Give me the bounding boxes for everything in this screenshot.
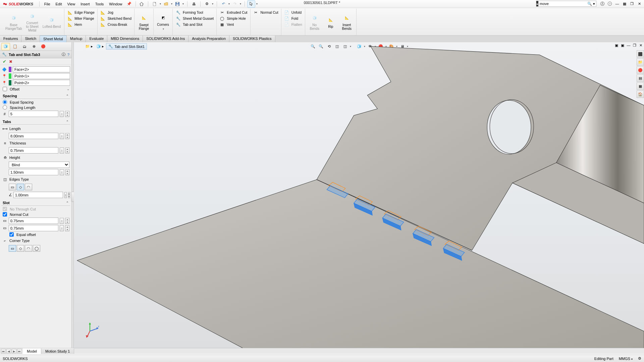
pm-help-icon[interactable]: ⓘ <box>62 52 65 57</box>
edge-flange-button[interactable]: 📐Edge Flange <box>66 9 96 15</box>
minimize-button[interactable]: — <box>614 1 621 7</box>
jog-button[interactable]: 📐Jog <box>99 9 133 15</box>
cancel-button[interactable]: ✖ <box>9 59 12 64</box>
print-button[interactable]: 🖶 <box>190 1 198 7</box>
home-button[interactable] <box>138 1 145 7</box>
height-input[interactable] <box>9 169 58 175</box>
cmdtab-solidworks-plastics[interactable]: SOLIDWORKS Plastics <box>229 36 275 42</box>
menu-file[interactable]: File <box>42 1 53 7</box>
selection-point2[interactable] <box>13 80 70 86</box>
selection-face[interactable] <box>13 66 70 72</box>
selection-point1[interactable] <box>13 73 70 79</box>
corner-sharp-button[interactable]: ▭ <box>9 245 16 252</box>
search-input[interactable] <box>538 2 587 6</box>
hem-button[interactable]: 📐Hem <box>66 21 96 27</box>
insert-bends-button[interactable]: 📐Insert Bends <box>339 9 355 35</box>
save-button[interactable] <box>174 1 181 7</box>
simple-hole-button[interactable]: ◯Simple Hole <box>218 15 249 21</box>
swept-flange-button[interactable]: 📐Swept Flange <box>136 9 152 35</box>
offset-checkbox[interactable] <box>3 87 7 91</box>
length-input[interactable] <box>9 133 58 139</box>
edge-chamfer-button[interactable]: ◇ <box>17 184 24 190</box>
equal-spacing-radio[interactable] <box>3 100 7 104</box>
sheet-metal-gusset-button[interactable]: 🔧Sheet Metal Gusset <box>174 15 215 21</box>
ok-button[interactable]: ✔ <box>3 59 6 64</box>
tab-next-button[interactable]: ▶ <box>12 349 16 354</box>
select-button[interactable] <box>248 1 255 7</box>
cmdtab-mbd-dimensions[interactable]: MBD Dimensions <box>107 36 143 42</box>
sketched-bend-button[interactable]: 📐Sketched Bend <box>99 15 133 21</box>
edge-fillet-button[interactable]: ◠ <box>25 184 32 190</box>
corner-chamfer-button[interactable]: ◇ <box>17 245 24 252</box>
slot-l-input[interactable] <box>9 218 58 224</box>
tabs-header[interactable]: Tabs⌃ <box>1 119 70 125</box>
menu-view[interactable]: View <box>65 1 78 7</box>
search-icon[interactable]: 🔍 <box>587 2 592 6</box>
thickness-input[interactable] <box>9 147 58 154</box>
dim-manager-tab[interactable]: ⊕ <box>30 43 38 50</box>
open-button[interactable] <box>162 1 170 7</box>
vent-button[interactable]: ▦Vent <box>218 21 249 27</box>
graphics-area[interactable]: 📁 ▸ 🧊 ▸ 🔧 Tab and Slot-Slot1 🔍 🔍 ⟲ ◫ ◫▾ … <box>74 42 644 354</box>
unfold-button[interactable]: 📄Unfold <box>283 9 304 15</box>
height-type-select[interactable]: Blind <box>9 162 69 168</box>
spin-count[interactable]: ▴▾ <box>65 111 69 117</box>
feature-manager-tab[interactable]: 🧊 <box>1 43 10 50</box>
close-button[interactable]: ✕ <box>636 1 643 7</box>
cmdtab-features[interactable]: Features <box>0 36 21 42</box>
cmdtab-markup[interactable]: Markup <box>67 36 86 42</box>
cmdtab-evaluate[interactable]: Evaluate <box>86 36 107 42</box>
cmdtab-solidworks-add-ins[interactable]: SOLIDWORKS Add-Ins <box>143 36 189 42</box>
config-manager-tab[interactable]: 🗂 <box>20 43 29 50</box>
property-manager-tab[interactable]: 📋 <box>11 43 19 50</box>
cmdtab-sketch[interactable]: Sketch <box>21 36 40 42</box>
model-tab[interactable]: Model <box>23 348 41 354</box>
corner-round-button[interactable]: ◯ <box>33 245 40 252</box>
spacing-count-input[interactable] <box>9 111 58 117</box>
tab-first-button[interactable]: ⏮ <box>1 349 6 354</box>
display-manager-tab[interactable]: 🔴 <box>39 43 48 50</box>
menu-insert[interactable]: Insert <box>78 1 93 7</box>
pin-icon[interactable]: 📌 <box>125 2 133 6</box>
command-search[interactable]: ▸ 🔍 ▾ <box>536 1 596 7</box>
edge-val-input[interactable] <box>13 192 63 198</box>
cross-break-button[interactable]: 📐Cross-Break <box>99 21 133 27</box>
cmdtab-analysis-preparation[interactable]: Analysis Preparation <box>189 36 229 42</box>
new-button[interactable] <box>151 1 158 7</box>
restore-button[interactable]: ❐ <box>629 1 635 7</box>
model-view[interactable] <box>74 42 644 354</box>
miter-flange-button[interactable]: 📐Miter Flange <box>66 15 96 21</box>
equal-offset-checkbox[interactable] <box>9 232 14 237</box>
menu-window[interactable]: Window <box>106 1 125 7</box>
edge-sharp-button[interactable]: ▭ <box>9 184 16 190</box>
tab-prev-button[interactable]: ◀ <box>6 349 11 354</box>
extruded-cut-button[interactable]: ✂Extruded Cut <box>218 9 249 15</box>
undo-button[interactable]: ↶ <box>220 1 227 7</box>
status-custom-icon[interactable]: ⚙ <box>638 356 641 361</box>
normal-cut-button[interactable]: ✂Normal Cut <box>252 9 280 15</box>
cmdtab-sheet-metal[interactable]: Sheet Metal <box>40 36 67 42</box>
link-btn[interactable]: ↕ <box>60 111 64 117</box>
login-button[interactable] <box>599 1 606 7</box>
corners-button[interactable]: ◩Corners▾ <box>155 9 171 35</box>
tab-last-button[interactable]: ⏭ <box>17 349 22 354</box>
status-units[interactable]: MMGS ▾ <box>619 357 633 361</box>
forming-tool-button[interactable]: 🔧Forming Tool <box>174 9 215 15</box>
menu-edit[interactable]: Edit <box>53 1 65 7</box>
fold-button[interactable]: 📄Fold <box>283 15 304 21</box>
spacing-length-radio[interactable] <box>3 105 7 110</box>
spacing-header[interactable]: Spacing⌃ <box>1 93 70 99</box>
layout-button[interactable]: ▦ <box>621 1 628 7</box>
tab-and-slot-button[interactable]: 🔧Tab and Slot <box>174 21 215 27</box>
corner-fillet-button[interactable]: ◠ <box>25 245 32 252</box>
motion-study-tab[interactable]: Motion Study 1 <box>41 348 74 354</box>
options-button[interactable]: ⚙ <box>203 1 211 7</box>
rip-button[interactable]: 📐Rip <box>323 9 339 35</box>
svg-rect-3 <box>176 4 179 5</box>
help-button[interactable]: ? <box>606 1 613 7</box>
menu-tools[interactable]: Tools <box>93 1 107 7</box>
slot-header[interactable]: Slot⌃ <box>1 200 70 206</box>
pm-help2-icon[interactable]: ? <box>67 53 69 57</box>
normal-cut-checkbox[interactable] <box>3 212 7 217</box>
slot-w-input[interactable] <box>9 225 58 231</box>
